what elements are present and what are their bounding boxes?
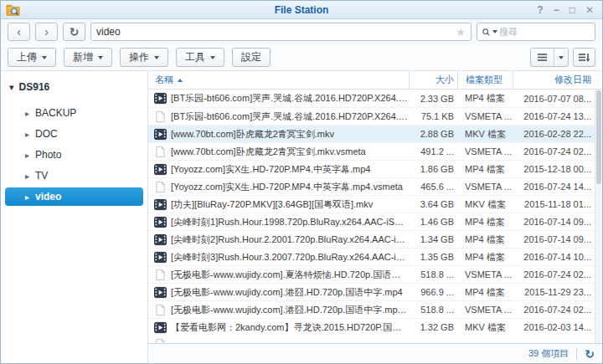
status-bar: 39 個項目 ↻ [148, 343, 602, 363]
file-name: 【爱看电影网：2kandy.com】寻龙诀.2015.HD720P.国语中英双字… [171, 321, 409, 334]
minimize-icon[interactable]: − [554, 5, 559, 15]
address-bar[interactable]: ★ [90, 23, 472, 41]
table-row[interactable]: [尖峰时刻2]Rush.Hour.2.2001.720p.BluRay.x264… [148, 230, 595, 248]
vsmeta-file-icon [154, 269, 167, 281]
file-type: MP4 檔案 [457, 163, 513, 176]
table-row[interactable]: [尖峰时刻1]Rush.Hour.1998.720p.BluRay.x264.A… [148, 213, 595, 230]
scrollbar-thumb[interactable] [596, 90, 601, 184]
search-icon [482, 27, 491, 38]
folder-tree-sidebar: DS916 BACKUP DOC Photo [1, 71, 148, 363]
file-size: 1.86 GB [409, 164, 457, 174]
toolbar-button[interactable]: 新增 [64, 48, 112, 67]
refresh-list-icon[interactable]: ↻ [585, 348, 595, 360]
column-header-type[interactable]: 檔案類型 [457, 71, 513, 89]
maximize-icon[interactable]: □ [570, 5, 575, 15]
vertical-scrollbar[interactable] [595, 90, 602, 343]
root-folder-label: DS916 [19, 81, 50, 93]
file-size: 966.9 ... [409, 287, 457, 297]
search-box[interactable] [477, 23, 595, 41]
video-file-icon [154, 92, 167, 105]
file-date: 2016-07-14 09... [513, 234, 595, 244]
file-date: 2016-07-24 02... [513, 269, 595, 279]
file-type: MKV 檔案 [457, 321, 513, 334]
video-file-icon [154, 198, 167, 211]
table-row[interactable]: [无极电影-www.wujidy.com].港囧.HD.720p.国语中字.mp… [148, 283, 595, 300]
file-type: VSMETA ... [457, 111, 513, 121]
video-file-icon [154, 216, 167, 228]
table-row[interactable]: [Yoyozz.com]实X生.HD-720P.MP4.中英字幕.mp4 1.8… [148, 160, 595, 177]
toolbar-button-label: 操作 [129, 50, 149, 64]
toolbar-button[interactable]: 工具 [176, 48, 224, 67]
sidebar-folder-item[interactable]: video [5, 187, 143, 206]
forward-button[interactable]: › [35, 23, 58, 41]
toolbar-button[interactable]: 上傳 [8, 48, 56, 67]
file-name: [功夫][BluRay-720P.MKV][3.64GB][国粤双语].mkv [171, 198, 409, 211]
refresh-icon: ↻ [70, 26, 80, 38]
column-header-size[interactable]: 大小 [409, 71, 457, 89]
sidebar-folder-item[interactable]: Photo [5, 146, 143, 164]
sidebar-folder-item[interactable]: TV [5, 167, 143, 185]
vsmeta-file-icon [154, 338, 167, 343]
file-size: 1.34 GB [409, 234, 457, 244]
sort-button[interactable] [573, 48, 595, 67]
column-header-date[interactable]: 修改日期 [513, 71, 595, 89]
sidebar-folder-item[interactable]: BACKUP [5, 104, 143, 122]
video-file-icon [154, 128, 167, 141]
video-file-icon [154, 321, 167, 334]
file-type: VSMETA ... [457, 269, 513, 279]
table-row[interactable]: [www.70bt.com]卧虎藏龙2青冥宝剑.mkv.vsmeta 491.2… [148, 142, 595, 160]
search-scope-caret-icon[interactable] [492, 30, 497, 33]
table-row[interactable]: [功夫][BluRay-720P.MKV][3.64GB][国粤双语].mkv … [148, 195, 595, 213]
vsmeta-file-icon [154, 146, 167, 158]
help-icon[interactable]: ? [537, 5, 543, 15]
file-type: MKV 檔案 [457, 128, 513, 141]
file-date: 2016-02-03 14... [513, 322, 595, 332]
table-row[interactable]: [Yoyozz.com]实X生.HD-720P.MP4.中英字幕.mp4.vsm… [148, 177, 595, 195]
caret-down-icon [210, 56, 215, 59]
file-rows: [BT乐园-bt606.com]哭声.哭城.谷城.2016.HD720P.X26… [148, 90, 602, 343]
refresh-button[interactable]: ↻ [63, 23, 85, 41]
file-date: 2016-02-28 22... [513, 129, 595, 139]
file-date: 2015-12-18 00... [513, 164, 595, 174]
file-type: MKV 檔案 [457, 198, 513, 211]
table-row[interactable]: [尖峰时刻3]Rush.Hour.3.2007.720p.BluRay.x264… [148, 248, 595, 265]
search-input[interactable] [499, 27, 590, 37]
view-mode-button[interactable] [530, 48, 569, 67]
file-size: 1.32 GB [409, 322, 457, 332]
file-name: [无极电影-www.wujidy.com].夏洛特烦恼.HD.720p.国语中字… [171, 269, 409, 281]
collapse-arrow-icon[interactable] [9, 81, 14, 93]
column-header-name[interactable]: 名稱 [148, 71, 409, 89]
folder-label: TV [35, 170, 48, 182]
file-date: 2016-07-14 10... [513, 252, 595, 262]
close-icon[interactable]: ✕ [585, 5, 594, 15]
table-row[interactable]: [www.70bt.com]卧虎藏龙2青冥宝剑.mkv 2.88 GB MKV … [148, 125, 595, 142]
caret-down-icon [42, 56, 47, 59]
file-size: 518.8 ... [409, 269, 457, 279]
file-date: 2016-07-24 02... [513, 305, 595, 315]
file-name: [尖峰时刻3]Rush.Hour.3.2007.720p.BluRay.x264… [171, 251, 409, 264]
vsmeta-file-icon [154, 304, 167, 316]
caret-down-icon [98, 56, 103, 59]
table-row-partial[interactable] [148, 336, 595, 343]
file-date: 2016-07-07 08... [513, 94, 595, 104]
navigation-bar: ‹ › ↻ ★ [1, 19, 602, 44]
toolbar-button[interactable]: 操作 [120, 48, 168, 67]
sidebar-item-ds916[interactable]: DS916 [1, 78, 147, 101]
table-row[interactable]: [无极电影-www.wujidy.com].港囧.HD.720p.国语中字.mp… [148, 300, 595, 318]
sidebar-folder-item[interactable]: DOC [5, 125, 143, 143]
file-type: MP4 檔案 [457, 286, 513, 299]
file-name: [Yoyozz.com]实X生.HD-720P.MP4.中英字幕.mp4.vsm… [171, 181, 409, 193]
address-input[interactable] [96, 26, 456, 38]
toolbar-button[interactable]: 設定 [232, 48, 271, 67]
table-row[interactable]: [无极电影-www.wujidy.com].夏洛特烦恼.HD.720p.国语中字… [148, 265, 595, 283]
table-row[interactable]: [BT乐园-bt606.com]哭声.哭城.谷城.2016.HD720P.X26… [148, 90, 595, 107]
sort-ascending-icon [178, 79, 183, 82]
favorite-star-icon[interactable]: ★ [456, 27, 466, 38]
toolbar-button-label: 新增 [73, 50, 93, 64]
file-type: MP4 檔案 [457, 92, 513, 105]
title-bar: File Station ? − □ ✕ [1, 1, 602, 19]
table-row[interactable]: 【爱看电影网：2kandy.com】寻龙诀.2015.HD720P.国语中英双字… [148, 318, 595, 336]
list-view-icon [531, 49, 554, 66]
table-row[interactable]: [BT乐园-bt606.com]哭声.哭城.谷城.2016.HD720P.X26… [148, 107, 595, 125]
back-button[interactable]: ‹ [8, 23, 30, 41]
